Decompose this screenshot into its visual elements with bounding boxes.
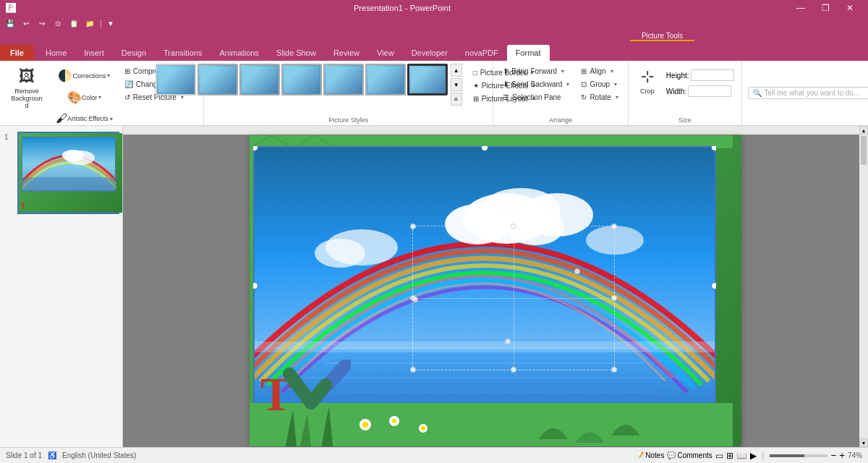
qa-extra3[interactable]: 📁 (82, 17, 97, 30)
style-7[interactable] (407, 64, 448, 95)
style-3[interactable] (239, 64, 280, 95)
zoom-slider[interactable] (770, 454, 827, 457)
svg-rect-2 (22, 177, 116, 192)
remove-background-button[interactable]: 🖼 Remove Background (4, 64, 49, 113)
scroll-thumb[interactable] (861, 136, 867, 165)
slide-background: T (250, 135, 741, 446)
height-label: Height: (666, 72, 689, 80)
crop-icon: ⊹ (641, 67, 654, 86)
styles-arrows: ▲ ▼ ≡ (451, 64, 462, 106)
color-icon: 🎨 (67, 90, 82, 104)
remove-bg-icon: 🖼 (19, 67, 35, 86)
size-inputs: Height: Width: (663, 64, 737, 103)
crop-button[interactable]: ⊹ Crop (633, 64, 662, 98)
style-4[interactable] (281, 64, 322, 95)
send-backward-button[interactable]: ⬇ Send Backward ▾ (498, 78, 574, 90)
scatter-handle-3[interactable] (574, 268, 580, 274)
corrections-button[interactable]: 🌓 Corrections ▾ (51, 65, 118, 86)
close-button[interactable]: ✕ (838, 0, 862, 16)
slide-item-1[interactable]: 1 (17, 132, 119, 214)
picture-tools-label: Picture Tools (630, 32, 694, 41)
group-icon: ⊡ (581, 80, 587, 88)
tab-review[interactable]: Review (325, 45, 368, 61)
tab-design[interactable]: Design (113, 45, 155, 61)
arrange-col2: ⊞ Align ▾ ⊡ Group ▾ ↻ Rotate ▾ (576, 64, 623, 105)
height-input[interactable] (691, 69, 734, 81)
undo-button[interactable]: ↩ (19, 17, 33, 30)
scatter-handle-1[interactable] (412, 297, 418, 302)
group-arrow: ▾ (614, 81, 617, 88)
scatter-handle-2[interactable] (505, 339, 511, 344)
tab-transitions[interactable]: Transitions (155, 45, 210, 61)
app-icon: 🅿 (6, 2, 16, 14)
styles-more[interactable]: ≡ (451, 93, 462, 106)
color-button[interactable]: 🎨 Color ▾ (51, 87, 118, 108)
scrollbar-horizontal-top (123, 126, 859, 135)
slide-thumbnail[interactable]: T (17, 132, 119, 214)
tab-slideshow[interactable]: Slide Show (268, 45, 325, 61)
qa-extra1[interactable]: ⊙ (51, 17, 65, 30)
notes-button[interactable]: 📝 Notes (635, 451, 664, 459)
qa-dropdown[interactable]: ▼ (103, 17, 118, 30)
align-label: Align (590, 67, 605, 75)
tab-developer[interactable]: Developer (403, 45, 456, 61)
slide-info: Slide 1 of 1 (6, 451, 42, 459)
save-button[interactable]: 💾 (3, 17, 17, 30)
artistic-arrow: ▾ (110, 116, 113, 122)
scroll-up-button[interactable]: ▲ (859, 126, 868, 135)
tab-format[interactable]: Format (507, 45, 550, 61)
title-bar-left: 🅿 (6, 2, 16, 14)
forward-label: Bring Forward (511, 67, 557, 75)
rotate-button[interactable]: ↻ Rotate ▾ (576, 91, 623, 103)
status-right: 📝 Notes 💬 Comments ▭ ⊞ 📖 ▶ | − + 74% (635, 450, 862, 461)
search-placeholder: Tell me what you want to do... (765, 89, 860, 97)
minimize-button[interactable]: — (788, 0, 813, 16)
normal-view-button[interactable]: ▭ (715, 451, 723, 461)
slideshow-button[interactable]: ▶ (750, 451, 757, 461)
tab-file[interactable]: File (0, 45, 34, 61)
size-label: Size (678, 116, 692, 124)
styles-up[interactable]: ▲ (451, 64, 462, 77)
group-button[interactable]: ⊡ Group ▾ (576, 78, 623, 90)
styles-content: ▲ ▼ ≡ □ Picture Border ▾ ✦ Picture Effec… (156, 64, 542, 115)
style-5[interactable] (323, 64, 364, 95)
adjust-col: 🌓 Corrections ▾ 🎨 Color ▾ 🖌 Artistic Eff… (51, 64, 118, 130)
svg-point-23 (392, 419, 396, 423)
thumb-svg (22, 137, 116, 192)
search-box[interactable]: 🔍 Tell me what you want to do... (748, 87, 868, 99)
style-6[interactable] (365, 64, 406, 95)
qa-extra2[interactable]: 📋 (67, 17, 81, 30)
border-icon: □ (473, 69, 477, 77)
tab-novapdf[interactable]: novaPDF (456, 45, 507, 61)
restore-button[interactable]: ❐ (813, 0, 838, 16)
compress-icon: ⊞ (124, 67, 130, 75)
status-bar: Slide 1 of 1 ♿ English (United States) 📝… (0, 447, 868, 463)
tab-view[interactable]: View (368, 45, 403, 61)
tab-home[interactable]: Home (37, 45, 75, 61)
tab-animations[interactable]: Animations (210, 45, 267, 61)
zoom-out-button[interactable]: − (830, 450, 836, 461)
style-1[interactable] (156, 64, 196, 95)
corrections-arrow: ▾ (107, 72, 110, 79)
styles-down[interactable]: ▼ (451, 78, 462, 91)
style-2[interactable] (197, 64, 238, 95)
selection-pane-button[interactable]: ☰ Selection Pane (498, 91, 574, 103)
slide-sorter-button[interactable]: ⊞ (726, 451, 733, 461)
svg-point-11 (481, 188, 561, 232)
styles-container (156, 64, 448, 95)
align-button[interactable]: ⊞ Align ▾ (576, 65, 623, 77)
artistic-icon: 🖌 (56, 112, 67, 125)
scrollbar-vertical[interactable]: ▲ ▼ (859, 126, 868, 447)
styles-row1 (156, 64, 448, 95)
rotate-arrow: ▾ (616, 94, 618, 101)
reading-view-button[interactable]: 📖 (736, 451, 747, 461)
tab-insert[interactable]: Insert (75, 45, 113, 61)
notes-icon: 📝 (635, 451, 644, 459)
comments-button[interactable]: 💬 Comments (667, 451, 712, 459)
redo-button[interactable]: ↪ (35, 17, 49, 30)
logo-svg: T (257, 360, 351, 421)
bring-forward-button[interactable]: ⬆ Bring Forward ▾ (498, 65, 574, 77)
width-input[interactable] (688, 85, 731, 97)
scroll-down-button[interactable]: ▼ (859, 438, 868, 447)
zoom-in-button[interactable]: + (839, 450, 845, 461)
